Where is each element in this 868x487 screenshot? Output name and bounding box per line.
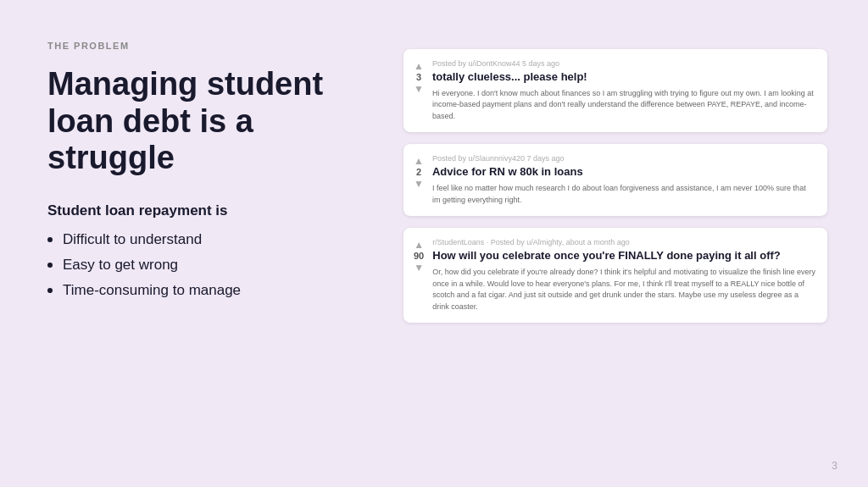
card-body-3: Or, how did you celebrate if you're alre… (432, 267, 815, 313)
bullet-list: Difficult to understand Easy to get wron… (47, 231, 378, 307)
main-heading: Managing student loan debt is a struggle (47, 66, 378, 177)
card-body-1: Hi everyone. I don't know much about fin… (432, 88, 815, 123)
reddit-card-1: ▲ 3 ▼ Posted by u/iDontKnow44 5 days ago… (403, 49, 827, 132)
left-column: THE PROBLEM Managing student loan debt i… (47, 41, 403, 453)
bullet-item-3: Time-consuming to manage (47, 282, 378, 299)
vote-col-2: ▲ 2 ▼ (414, 154, 424, 206)
downvote-arrow-3: ▼ (414, 263, 424, 273)
card-meta-3: r/StudentLoans · Posted by u/Almighty, a… (432, 238, 815, 246)
vote-col-1: ▲ 3 ▼ (414, 59, 424, 122)
upvote-arrow-1: ▲ (414, 61, 424, 71)
vote-count-2: 2 (416, 168, 421, 177)
card-meta-2: Posted by u/Slaunnnivy420 7 days ago (432, 154, 815, 163)
card-meta-1: Posted by u/iDontKnow44 5 days ago (432, 59, 815, 68)
card-content-2: Posted by u/Slaunnnivy420 7 days ago Adv… (432, 154, 815, 206)
card-title-3: How will you celebrate once you're FINAL… (432, 249, 815, 263)
bullet-dot-2 (47, 263, 53, 268)
bullet-text-2: Easy to get wrong (63, 257, 178, 274)
slide: THE PROBLEM Managing student loan debt i… (0, 0, 868, 487)
reddit-card-3: ▲ 90 ▼ r/StudentLoans · Posted by u/Almi… (403, 228, 827, 323)
card-body-2: I feel like no matter how much research … (432, 183, 815, 206)
downvote-arrow-1: ▼ (414, 84, 424, 94)
reddit-card-2: ▲ 2 ▼ Posted by u/Slaunnnivy420 7 days a… (403, 144, 827, 216)
upvote-arrow-3: ▲ (414, 240, 424, 250)
bullet-item-2: Easy to get wrong (47, 257, 378, 274)
bullet-text-3: Time-consuming to manage (63, 282, 241, 299)
card-content-1: Posted by u/iDontKnow44 5 days ago total… (432, 59, 815, 122)
bullet-dot-3 (47, 288, 53, 293)
bullet-dot-1 (47, 237, 53, 242)
section-label: THE PROBLEM (47, 41, 378, 51)
right-column: ▲ 3 ▼ Posted by u/iDontKnow44 5 days ago… (403, 41, 827, 453)
page-number: 3 (832, 460, 837, 472)
vote-count-3: 90 (414, 252, 424, 261)
card-title-1: totally clueless... please help! (432, 70, 815, 85)
sub-heading: Student loan repayment is (47, 202, 378, 219)
downvote-arrow-2: ▼ (414, 179, 424, 189)
vote-count-1: 3 (416, 73, 421, 82)
bullet-item-1: Difficult to understand (47, 231, 378, 248)
bullet-text-1: Difficult to understand (63, 231, 202, 248)
vote-col-3: ▲ 90 ▼ (414, 238, 424, 313)
card-content-3: r/StudentLoans · Posted by u/Almighty, a… (432, 238, 815, 313)
upvote-arrow-2: ▲ (414, 156, 424, 166)
card-title-2: Advice for RN w 80k in loans (432, 165, 815, 180)
